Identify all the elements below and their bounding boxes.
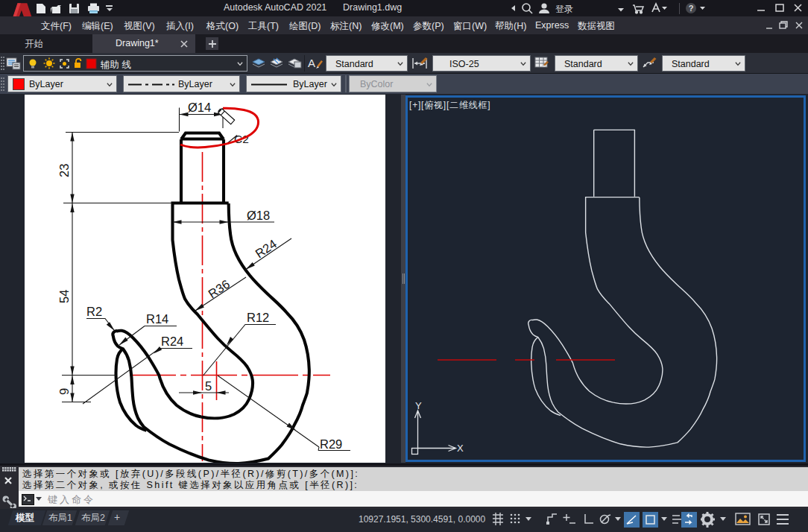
svg-text:A: A [308, 57, 315, 69]
svg-text:5: 5 [205, 379, 212, 393]
svg-text:Ø18: Ø18 [247, 209, 270, 222]
svg-text:Y: Y [415, 400, 422, 411]
svg-text:R29: R29 [320, 437, 342, 451]
svg-text:R12: R12 [247, 311, 269, 324]
svg-text:R36: R36 [206, 277, 232, 301]
svg-text:[+][俯视][二维线框]: [+][俯视][二维线框] [409, 100, 490, 110]
svg-text:23: 23 [57, 164, 71, 177]
svg-text:?: ? [689, 4, 694, 13]
svg-text:R14: R14 [146, 312, 168, 326]
svg-text:54: 54 [57, 290, 71, 303]
svg-text:R24: R24 [161, 335, 183, 348]
svg-text:R24: R24 [253, 237, 279, 261]
svg-text:R2: R2 [86, 305, 102, 318]
svg-text:X: X [457, 443, 464, 454]
svg-text:9: 9 [57, 388, 71, 395]
svg-text:Ø14: Ø14 [188, 101, 211, 114]
